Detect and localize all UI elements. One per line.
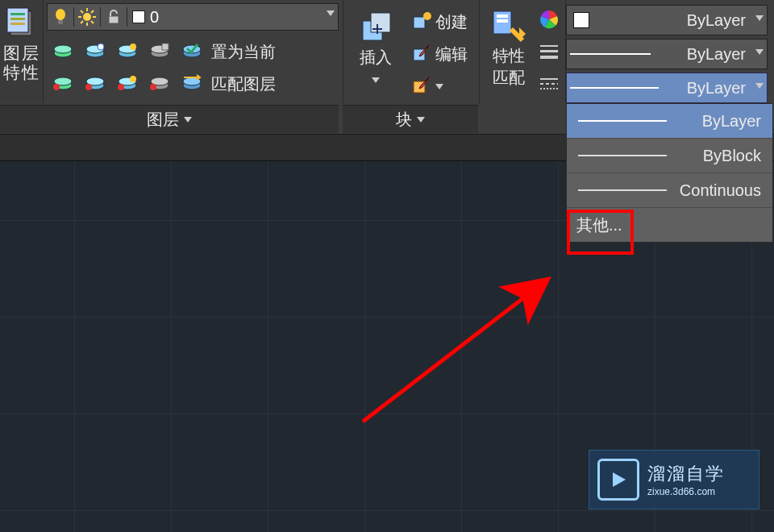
linetype-preview: [578, 120, 667, 122]
svg-point-42: [150, 84, 156, 90]
linetype-preview: [570, 87, 659, 89]
svg-line-13: [91, 21, 94, 23]
chevron-down-icon: [755, 49, 764, 55]
svg-point-24: [130, 44, 136, 50]
block-attr-icon: [408, 76, 435, 97]
sun-icon: [74, 4, 100, 30]
match-layer-button[interactable]: 匹配图层: [211, 73, 276, 95]
option-label: Continuous: [680, 181, 761, 200]
svg-rect-57: [540, 56, 558, 59]
match-props-label-1: 特性: [486, 45, 531, 67]
chevron-down-icon: [417, 117, 425, 123]
layer-tool-icon-8[interactable]: [144, 74, 176, 94]
chevron-down-icon: [755, 83, 764, 89]
linetype-option-continuous[interactable]: Continuous: [567, 173, 772, 208]
layer-tool-icon-3[interactable]: [111, 42, 144, 61]
color-swatch: [573, 12, 589, 28]
layer-tool-icon-6[interactable]: [79, 74, 111, 94]
properties-panel: 特性 匹配: [483, 0, 566, 103]
svg-point-7: [83, 13, 91, 21]
chevron-down-icon: [755, 15, 764, 21]
chevron-down-icon: [184, 117, 192, 123]
svg-rect-16: [109, 16, 119, 23]
svg-point-5: [56, 9, 65, 20]
insert-block-button[interactable]: 插入: [348, 8, 403, 87]
blocks-panel: 插入 创建 编辑: [343, 0, 480, 103]
create-block-icon: [408, 11, 435, 32]
linetype-preview: [578, 155, 667, 156]
layer-tools: 置为当前 匹配图层: [47, 35, 276, 100]
layer-tool-icon-5[interactable]: [47, 74, 79, 94]
create-block-button[interactable]: 创建: [408, 6, 468, 37]
option-label: ByBlock: [703, 147, 761, 165]
layer-tool-icon-4[interactable]: [144, 42, 176, 61]
blocks-panel-tab[interactable]: 块: [343, 105, 478, 133]
edit-label: 编辑: [435, 44, 468, 65]
lineweight-value: ByLayer: [687, 45, 746, 64]
layer-match-icon[interactable]: [176, 74, 208, 94]
layer-stack-icon: [2, 3, 41, 42]
layer-panel-label: 图层: [147, 109, 179, 131]
linetype-option-bylayer[interactable]: ByLayer: [567, 104, 772, 139]
layer-tool-icon-1[interactable]: [47, 42, 79, 61]
insert-block-icon: [348, 8, 403, 47]
play-icon: [597, 459, 639, 501]
svg-point-48: [423, 12, 431, 20]
lineweight-preview: [570, 53, 651, 55]
chevron-down-icon: [435, 84, 443, 89]
edit-block-button[interactable]: 编辑: [408, 39, 468, 69]
lineweight-list-button[interactable]: [536, 39, 562, 64]
linetype-option-other[interactable]: 其他...: [567, 208, 772, 242]
insert-label: 插入: [348, 47, 403, 69]
blocks-panel-label: 块: [396, 109, 412, 131]
unlock-icon: [101, 4, 127, 30]
current-layer-name: 0: [150, 8, 159, 27]
linetype-list-button[interactable]: [536, 71, 562, 97]
linetype-value: ByLayer: [687, 79, 746, 98]
match-props-label-2: 匹配: [486, 67, 531, 89]
color-value: ByLayer: [687, 11, 746, 30]
layer-properties-button[interactable]: 图层 特性: [0, 0, 44, 103]
set-current-button[interactable]: 置为当前: [211, 41, 276, 63]
svg-rect-52: [497, 15, 508, 18]
layer-tool-icon-2[interactable]: [79, 42, 111, 61]
layer-tool-icon-7[interactable]: [111, 74, 144, 94]
linetype-option-byblock[interactable]: ByBlock: [567, 139, 772, 173]
watermark-title: 溜溜自学: [647, 462, 725, 486]
layer-props-label-1: 图层: [0, 44, 43, 63]
color-wheel-button[interactable]: [536, 6, 562, 32]
watermark: 溜溜自学 zixue.3d66.com: [589, 450, 759, 509]
edit-block-icon: [408, 44, 435, 64]
svg-line-15: [81, 21, 83, 23]
option-label: ByLayer: [702, 112, 761, 131]
match-properties-button[interactable]: 特性 匹配: [486, 6, 531, 89]
svg-rect-2: [10, 13, 25, 15]
watermark-sub: zixue.3d66.com: [647, 486, 725, 497]
lineweight-selector[interactable]: ByLayer: [566, 39, 768, 69]
block-attr-button[interactable]: [408, 71, 443, 102]
svg-rect-56: [540, 50, 558, 52]
layer-setcurrent-icon[interactable]: [176, 42, 208, 61]
svg-line-14: [91, 10, 94, 13]
current-layer-selector[interactable]: 0: [47, 3, 339, 31]
chevron-down-icon: [372, 77, 380, 83]
layer-panel-tab[interactable]: 图层: [0, 105, 339, 133]
svg-rect-53: [497, 19, 508, 23]
layer-color-swatch: [132, 10, 145, 23]
bulb-on-icon: [48, 4, 73, 30]
create-label: 创建: [435, 11, 468, 33]
linetype-selector[interactable]: ByLayer: [566, 73, 768, 103]
svg-rect-55: [540, 45, 558, 47]
object-property-selectors: ByLayer ByLayer ByLayer: [566, 5, 768, 106]
option-label: 其他...: [576, 214, 622, 236]
svg-point-18: [54, 45, 72, 53]
svg-point-32: [53, 84, 60, 90]
svg-rect-47: [414, 17, 425, 28]
svg-rect-4: [10, 23, 25, 25]
match-props-icon: [486, 6, 531, 45]
svg-point-21: [98, 44, 104, 50]
svg-point-35: [85, 84, 92, 90]
color-selector[interactable]: ByLayer: [566, 5, 768, 35]
layer-props-label-2: 特性: [0, 63, 43, 82]
svg-rect-27: [162, 44, 169, 50]
